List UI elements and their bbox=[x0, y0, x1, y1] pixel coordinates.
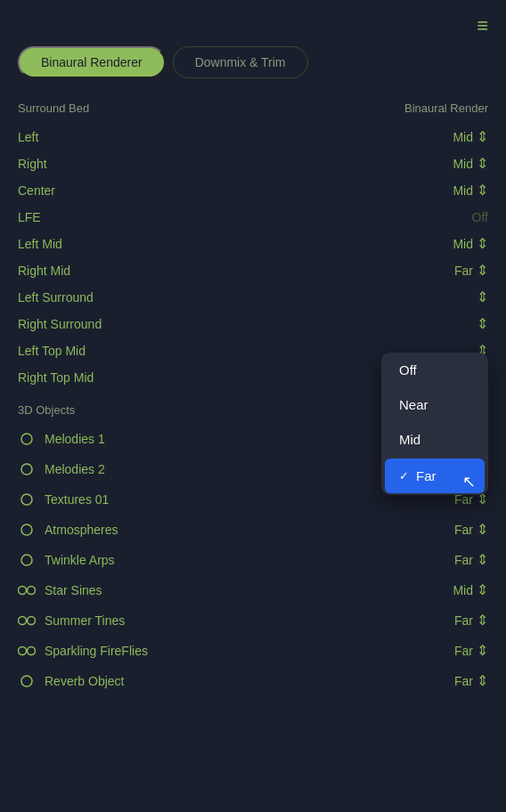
obj-left: Melodies 1 bbox=[18, 430, 105, 448]
stepper-icon[interactable]: ⇕ bbox=[477, 130, 488, 144]
row-value[interactable]: Mid ⇕ bbox=[417, 583, 488, 597]
dropdown-item-label: Mid bbox=[399, 432, 420, 447]
row-value[interactable]: Mid ⇕ bbox=[417, 237, 488, 251]
header: ≡ bbox=[0, 0, 506, 46]
dropdown-item-label: Near bbox=[399, 397, 428, 412]
link-icon bbox=[18, 581, 36, 599]
obj-label: Textures 01 bbox=[45, 492, 109, 507]
value-text: Mid bbox=[453, 583, 473, 597]
value-text: Mid bbox=[453, 237, 473, 251]
list-item: Reverb Object Far ⇕ bbox=[0, 666, 506, 696]
dropdown-item-mid[interactable]: Mid bbox=[381, 422, 488, 457]
row-label: Right Top Mid bbox=[18, 370, 94, 385]
row-label: LFE bbox=[18, 210, 41, 224]
row-value[interactable]: ⇕ bbox=[417, 290, 488, 304]
obj-left: Star Sines bbox=[18, 581, 102, 599]
row-label: Left Mid bbox=[18, 237, 62, 251]
list-item: Twinkle Arps Far ⇕ bbox=[0, 545, 506, 575]
row-label: Right bbox=[18, 157, 47, 171]
table-header: Surround Bed Binaural Render bbox=[0, 96, 506, 124]
link-icon bbox=[18, 612, 36, 629]
table-row: Left Mid Mid ⇕ bbox=[0, 231, 506, 257]
row-value[interactable]: Far ⇕ bbox=[417, 644, 488, 658]
row-label: Left bbox=[18, 130, 38, 144]
obj-left: Summer Tines bbox=[18, 612, 125, 629]
row-label: Right Surround bbox=[18, 317, 102, 331]
list-item: Summer Tines Far ⇕ bbox=[0, 605, 506, 636]
row-value[interactable]: Mid ⇕ bbox=[417, 183, 488, 198]
row-value[interactable]: Far ⇕ bbox=[417, 613, 488, 628]
value-text: Off bbox=[472, 210, 488, 224]
obj-label: Reverb Object bbox=[45, 674, 124, 688]
stepper-icon[interactable]: ⇕ bbox=[477, 290, 488, 304]
obj-left: Melodies 2 bbox=[18, 460, 105, 478]
table-row: Right Mid ⇕ bbox=[0, 150, 506, 177]
svg-point-12 bbox=[28, 647, 36, 655]
row-label: Right Mid bbox=[18, 264, 70, 278]
dropdown-item-far[interactable]: ✓ Far ↖ bbox=[385, 459, 485, 493]
value-text: Far bbox=[454, 523, 473, 537]
row-value[interactable]: Mid ⇕ bbox=[417, 130, 488, 144]
circle-icon bbox=[18, 551, 36, 569]
circle-icon bbox=[18, 460, 36, 478]
value-text: Mid bbox=[453, 183, 473, 198]
row-value[interactable]: Far ⇕ bbox=[417, 674, 488, 688]
stepper-icon[interactable]: ⇕ bbox=[477, 157, 488, 171]
list-item: Atmospheres Far ⇕ bbox=[0, 515, 506, 545]
stepper-icon[interactable]: ⇕ bbox=[477, 317, 488, 331]
list-item: Sparkling FireFlies Far ⇕ bbox=[0, 636, 506, 666]
svg-point-2 bbox=[21, 494, 32, 505]
stepper-icon[interactable]: ⇕ bbox=[477, 237, 488, 251]
stepper-icon[interactable]: ⇕ bbox=[477, 613, 488, 628]
circle-icon bbox=[18, 491, 36, 508]
table-row: LFE Off bbox=[0, 204, 506, 231]
dropdown-item-off[interactable]: Off bbox=[381, 353, 488, 387]
row-value[interactable]: Far ⇕ bbox=[417, 553, 488, 567]
stepper-icon[interactable]: ⇕ bbox=[477, 644, 488, 658]
list-item: Star Sines Mid ⇕ bbox=[0, 575, 506, 605]
surround-bed-section: Left Mid ⇕ Right Mid ⇕ Center Mid ⇕ LFE … bbox=[0, 124, 506, 391]
row-value[interactable]: Far ⇕ bbox=[417, 523, 488, 537]
stepper-icon[interactable]: ⇕ bbox=[477, 583, 488, 597]
stepper-icon[interactable]: ⇕ bbox=[477, 674, 488, 688]
obj-label: Summer Tines bbox=[45, 613, 125, 628]
obj-label: Atmospheres bbox=[45, 523, 118, 537]
stepper-icon[interactable]: ⇕ bbox=[477, 264, 488, 278]
col-binaural-render: Binaural Render bbox=[404, 102, 488, 115]
dropdown-item-label: Far bbox=[416, 468, 437, 483]
svg-point-0 bbox=[21, 434, 32, 444]
circle-icon bbox=[18, 672, 36, 690]
table-row: Right Mid Far ⇕ bbox=[0, 257, 506, 284]
svg-point-3 bbox=[21, 524, 32, 535]
svg-point-9 bbox=[28, 617, 36, 625]
value-text: Mid bbox=[453, 130, 473, 144]
obj-label: Melodies 1 bbox=[45, 432, 105, 446]
link-icon bbox=[18, 642, 36, 660]
row-value[interactable]: Mid ⇕ bbox=[417, 157, 488, 171]
value-text: Far bbox=[454, 644, 473, 658]
stepper-icon[interactable]: ⇕ bbox=[477, 183, 488, 198]
value-text: Far bbox=[454, 674, 473, 688]
obj-left: Twinkle Arps bbox=[18, 551, 115, 569]
svg-point-1 bbox=[21, 464, 32, 475]
obj-left: Atmospheres bbox=[18, 521, 118, 539]
circle-icon bbox=[18, 430, 36, 448]
tab-bar: Binaural Renderer Downmix & Trim bbox=[0, 46, 506, 96]
table-row-right-surround: Right Surround ⇕ bbox=[0, 311, 506, 337]
value-text: Far bbox=[454, 613, 473, 628]
menu-icon[interactable]: ≡ bbox=[477, 14, 488, 37]
value-text: Far bbox=[454, 553, 473, 567]
obj-label: Melodies 2 bbox=[45, 462, 105, 476]
tab-downmix-trim[interactable]: Downmix & Trim bbox=[173, 46, 308, 78]
table-row: Left Mid ⇕ bbox=[0, 124, 506, 150]
tab-binaural-renderer[interactable]: Binaural Renderer bbox=[18, 46, 166, 78]
svg-point-14 bbox=[21, 676, 32, 686]
cursor-icon: ↖ bbox=[462, 472, 476, 491]
row-value[interactable]: Far ⇕ bbox=[417, 264, 488, 278]
stepper-icon[interactable]: ⇕ bbox=[477, 523, 488, 537]
stepper-icon[interactable]: ⇕ bbox=[477, 553, 488, 567]
dropdown-item-near[interactable]: Near bbox=[381, 387, 488, 422]
svg-point-4 bbox=[21, 555, 32, 565]
value-text: Mid bbox=[453, 157, 473, 171]
row-value[interactable]: ⇕ bbox=[417, 317, 488, 331]
